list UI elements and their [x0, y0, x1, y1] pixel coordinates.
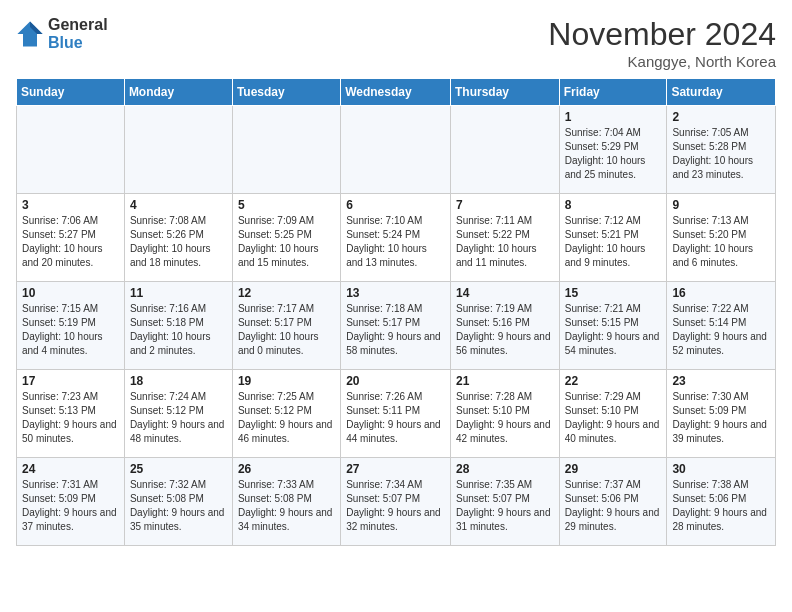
day-number: 12 — [238, 286, 335, 300]
weekday-header-friday: Friday — [559, 79, 667, 106]
calendar-cell: 4Sunrise: 7:08 AM Sunset: 5:26 PM Daylig… — [124, 194, 232, 282]
calendar-cell: 6Sunrise: 7:10 AM Sunset: 5:24 PM Daylig… — [341, 194, 451, 282]
calendar-week-2: 3Sunrise: 7:06 AM Sunset: 5:27 PM Daylig… — [17, 194, 776, 282]
calendar: SundayMondayTuesdayWednesdayThursdayFrid… — [16, 78, 776, 546]
day-number: 27 — [346, 462, 445, 476]
day-number: 17 — [22, 374, 119, 388]
calendar-cell: 18Sunrise: 7:24 AM Sunset: 5:12 PM Dayli… — [124, 370, 232, 458]
day-number: 3 — [22, 198, 119, 212]
day-info: Sunrise: 7:33 AM Sunset: 5:08 PM Dayligh… — [238, 478, 335, 534]
logo-blue: Blue — [48, 34, 108, 52]
day-info: Sunrise: 7:25 AM Sunset: 5:12 PM Dayligh… — [238, 390, 335, 446]
calendar-cell: 9Sunrise: 7:13 AM Sunset: 5:20 PM Daylig… — [667, 194, 776, 282]
day-number: 6 — [346, 198, 445, 212]
day-number: 9 — [672, 198, 770, 212]
calendar-cell: 8Sunrise: 7:12 AM Sunset: 5:21 PM Daylig… — [559, 194, 667, 282]
calendar-cell: 20Sunrise: 7:26 AM Sunset: 5:11 PM Dayli… — [341, 370, 451, 458]
day-number: 16 — [672, 286, 770, 300]
day-info: Sunrise: 7:11 AM Sunset: 5:22 PM Dayligh… — [456, 214, 554, 270]
day-info: Sunrise: 7:05 AM Sunset: 5:28 PM Dayligh… — [672, 126, 770, 182]
calendar-cell: 5Sunrise: 7:09 AM Sunset: 5:25 PM Daylig… — [232, 194, 340, 282]
calendar-cell — [232, 106, 340, 194]
calendar-cell: 29Sunrise: 7:37 AM Sunset: 5:06 PM Dayli… — [559, 458, 667, 546]
calendar-cell: 19Sunrise: 7:25 AM Sunset: 5:12 PM Dayli… — [232, 370, 340, 458]
calendar-week-3: 10Sunrise: 7:15 AM Sunset: 5:19 PM Dayli… — [17, 282, 776, 370]
calendar-cell: 15Sunrise: 7:21 AM Sunset: 5:15 PM Dayli… — [559, 282, 667, 370]
day-info: Sunrise: 7:04 AM Sunset: 5:29 PM Dayligh… — [565, 126, 662, 182]
day-info: Sunrise: 7:15 AM Sunset: 5:19 PM Dayligh… — [22, 302, 119, 358]
day-info: Sunrise: 7:35 AM Sunset: 5:07 PM Dayligh… — [456, 478, 554, 534]
calendar-cell: 27Sunrise: 7:34 AM Sunset: 5:07 PM Dayli… — [341, 458, 451, 546]
day-number: 14 — [456, 286, 554, 300]
calendar-cell: 21Sunrise: 7:28 AM Sunset: 5:10 PM Dayli… — [450, 370, 559, 458]
day-info: Sunrise: 7:37 AM Sunset: 5:06 PM Dayligh… — [565, 478, 662, 534]
day-info: Sunrise: 7:29 AM Sunset: 5:10 PM Dayligh… — [565, 390, 662, 446]
day-number: 11 — [130, 286, 227, 300]
weekday-header-wednesday: Wednesday — [341, 79, 451, 106]
day-number: 21 — [456, 374, 554, 388]
page-header: General Blue November 2024 Kanggye, Nort… — [16, 16, 776, 70]
day-info: Sunrise: 7:30 AM Sunset: 5:09 PM Dayligh… — [672, 390, 770, 446]
day-info: Sunrise: 7:26 AM Sunset: 5:11 PM Dayligh… — [346, 390, 445, 446]
calendar-week-5: 24Sunrise: 7:31 AM Sunset: 5:09 PM Dayli… — [17, 458, 776, 546]
day-number: 1 — [565, 110, 662, 124]
calendar-cell: 10Sunrise: 7:15 AM Sunset: 5:19 PM Dayli… — [17, 282, 125, 370]
weekday-header-thursday: Thursday — [450, 79, 559, 106]
day-info: Sunrise: 7:17 AM Sunset: 5:17 PM Dayligh… — [238, 302, 335, 358]
day-info: Sunrise: 7:23 AM Sunset: 5:13 PM Dayligh… — [22, 390, 119, 446]
calendar-cell — [450, 106, 559, 194]
day-info: Sunrise: 7:34 AM Sunset: 5:07 PM Dayligh… — [346, 478, 445, 534]
calendar-cell: 30Sunrise: 7:38 AM Sunset: 5:06 PM Dayli… — [667, 458, 776, 546]
calendar-cell — [124, 106, 232, 194]
day-number: 23 — [672, 374, 770, 388]
calendar-cell: 25Sunrise: 7:32 AM Sunset: 5:08 PM Dayli… — [124, 458, 232, 546]
day-info: Sunrise: 7:09 AM Sunset: 5:25 PM Dayligh… — [238, 214, 335, 270]
calendar-week-1: 1Sunrise: 7:04 AM Sunset: 5:29 PM Daylig… — [17, 106, 776, 194]
day-info: Sunrise: 7:31 AM Sunset: 5:09 PM Dayligh… — [22, 478, 119, 534]
weekday-header-monday: Monday — [124, 79, 232, 106]
day-info: Sunrise: 7:06 AM Sunset: 5:27 PM Dayligh… — [22, 214, 119, 270]
weekday-header-tuesday: Tuesday — [232, 79, 340, 106]
day-number: 24 — [22, 462, 119, 476]
month-title: November 2024 — [548, 16, 776, 53]
day-info: Sunrise: 7:08 AM Sunset: 5:26 PM Dayligh… — [130, 214, 227, 270]
day-number: 2 — [672, 110, 770, 124]
day-info: Sunrise: 7:24 AM Sunset: 5:12 PM Dayligh… — [130, 390, 227, 446]
calendar-cell: 26Sunrise: 7:33 AM Sunset: 5:08 PM Dayli… — [232, 458, 340, 546]
day-number: 20 — [346, 374, 445, 388]
calendar-cell: 23Sunrise: 7:30 AM Sunset: 5:09 PM Dayli… — [667, 370, 776, 458]
calendar-cell: 22Sunrise: 7:29 AM Sunset: 5:10 PM Dayli… — [559, 370, 667, 458]
day-number: 18 — [130, 374, 227, 388]
day-number: 4 — [130, 198, 227, 212]
day-info: Sunrise: 7:19 AM Sunset: 5:16 PM Dayligh… — [456, 302, 554, 358]
logo-general: General — [48, 16, 108, 34]
calendar-cell: 7Sunrise: 7:11 AM Sunset: 5:22 PM Daylig… — [450, 194, 559, 282]
calendar-cell: 13Sunrise: 7:18 AM Sunset: 5:17 PM Dayli… — [341, 282, 451, 370]
logo-icon — [16, 20, 44, 48]
day-number: 7 — [456, 198, 554, 212]
day-number: 29 — [565, 462, 662, 476]
day-number: 13 — [346, 286, 445, 300]
calendar-cell — [17, 106, 125, 194]
day-info: Sunrise: 7:38 AM Sunset: 5:06 PM Dayligh… — [672, 478, 770, 534]
day-info: Sunrise: 7:21 AM Sunset: 5:15 PM Dayligh… — [565, 302, 662, 358]
day-number: 10 — [22, 286, 119, 300]
day-number: 28 — [456, 462, 554, 476]
day-info: Sunrise: 7:10 AM Sunset: 5:24 PM Dayligh… — [346, 214, 445, 270]
day-number: 15 — [565, 286, 662, 300]
location: Kanggye, North Korea — [548, 53, 776, 70]
day-info: Sunrise: 7:16 AM Sunset: 5:18 PM Dayligh… — [130, 302, 227, 358]
logo: General Blue — [16, 16, 108, 51]
day-info: Sunrise: 7:13 AM Sunset: 5:20 PM Dayligh… — [672, 214, 770, 270]
day-info: Sunrise: 7:32 AM Sunset: 5:08 PM Dayligh… — [130, 478, 227, 534]
day-number: 30 — [672, 462, 770, 476]
day-number: 19 — [238, 374, 335, 388]
calendar-cell: 3Sunrise: 7:06 AM Sunset: 5:27 PM Daylig… — [17, 194, 125, 282]
day-info: Sunrise: 7:12 AM Sunset: 5:21 PM Dayligh… — [565, 214, 662, 270]
calendar-cell: 1Sunrise: 7:04 AM Sunset: 5:29 PM Daylig… — [559, 106, 667, 194]
day-number: 5 — [238, 198, 335, 212]
calendar-cell: 16Sunrise: 7:22 AM Sunset: 5:14 PM Dayli… — [667, 282, 776, 370]
weekday-header-saturday: Saturday — [667, 79, 776, 106]
day-info: Sunrise: 7:18 AM Sunset: 5:17 PM Dayligh… — [346, 302, 445, 358]
calendar-cell: 11Sunrise: 7:16 AM Sunset: 5:18 PM Dayli… — [124, 282, 232, 370]
